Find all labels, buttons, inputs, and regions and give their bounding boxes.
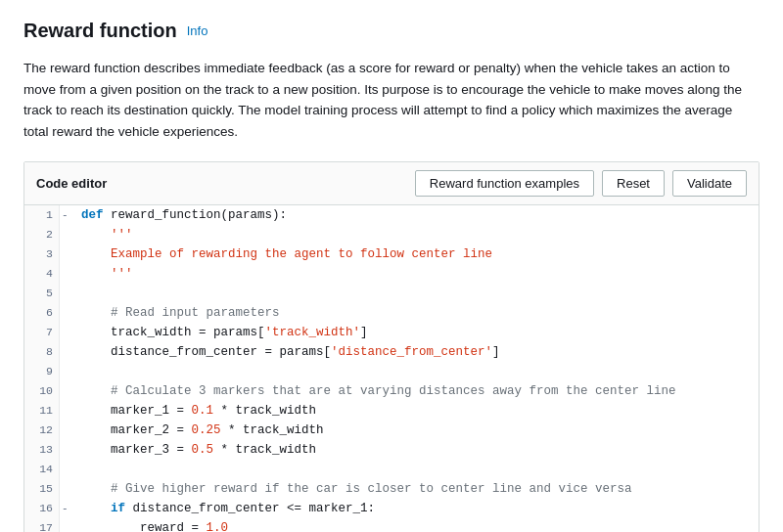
code-editor-container: Code editor Reward function examples Res…: [23, 161, 760, 532]
table-row: 17 reward = 1.0: [24, 518, 759, 532]
line-number: 2: [24, 225, 60, 244]
line-number: 7: [24, 323, 60, 342]
table-row: 2 ''': [24, 225, 759, 244]
line-content: if distance_from_center <= marker_1:: [73, 499, 383, 518]
line-number: 6: [24, 303, 60, 323]
line-number: 5: [24, 284, 60, 303]
line-content: def reward_function(params):: [73, 205, 295, 225]
table-row: 1-def reward_function(params):: [24, 205, 759, 225]
line-content: distance_from_center = params['distance_…: [73, 342, 508, 362]
table-row: 16- if distance_from_center <= marker_1:: [24, 499, 759, 518]
table-row: 10 # Calculate 3 markers that are at var…: [24, 381, 759, 401]
code-area[interactable]: 1-def reward_function(params):2 '''3 Exa…: [24, 205, 759, 532]
line-number: 12: [24, 421, 60, 440]
table-row: 11 marker_1 = 0.1 * track_width: [24, 401, 759, 421]
table-row: 6 # Read input parameters: [24, 303, 759, 323]
line-content: # Give higher reward if the car is close…: [73, 479, 640, 499]
line-number: 4: [24, 264, 60, 284]
table-row: 15 # Give higher reward if the car is cl…: [24, 479, 759, 499]
line-content: ''': [73, 264, 141, 284]
line-number: 11: [24, 401, 60, 421]
line-number: 13: [24, 440, 60, 460]
reset-button[interactable]: Reset: [602, 170, 665, 197]
line-number: 16: [24, 499, 60, 518]
line-content: Example of rewarding the agent to follow…: [73, 244, 500, 264]
toolbar-buttons: Reward function examples Reset Validate: [415, 170, 747, 197]
table-row: 9: [24, 362, 759, 381]
table-row: 3 Example of rewarding the agent to foll…: [24, 244, 759, 264]
line-content: ''': [73, 225, 141, 244]
line-number: 1: [24, 205, 60, 225]
table-row: 13 marker_3 = 0.5 * track_width: [24, 440, 759, 460]
table-row: 8 distance_from_center = params['distanc…: [24, 342, 759, 362]
info-link[interactable]: Info: [187, 23, 208, 38]
line-number: 15: [24, 479, 60, 499]
line-content: reward = 1.0: [73, 518, 236, 532]
table-row: 12 marker_2 = 0.25 * track_width: [24, 421, 759, 440]
line-content: marker_2 = 0.25 * track_width: [73, 421, 332, 440]
line-number: 17: [24, 518, 60, 532]
line-arrow: -: [60, 499, 73, 518]
page-title: Reward function: [23, 20, 177, 42]
line-number: 3: [24, 244, 60, 264]
description-text: The reward function describes immediate …: [23, 58, 760, 142]
line-number: 9: [24, 362, 60, 381]
table-row: 5: [24, 284, 759, 303]
table-row: 14: [24, 460, 759, 479]
line-content: track_width = params['track_width']: [73, 323, 376, 342]
editor-label: Code editor: [36, 176, 107, 191]
line-content: marker_1 = 0.1 * track_width: [73, 401, 324, 421]
editor-toolbar: Code editor Reward function examples Res…: [24, 162, 759, 205]
line-content: # Read input parameters: [73, 303, 288, 323]
line-content: marker_3 = 0.5 * track_width: [73, 440, 324, 460]
validate-button[interactable]: Validate: [672, 170, 747, 197]
line-number: 10: [24, 381, 60, 401]
line-content: # Calculate 3 markers that are at varyin…: [73, 381, 684, 401]
table-row: 7 track_width = params['track_width']: [24, 323, 759, 342]
examples-button[interactable]: Reward function examples: [415, 170, 594, 197]
line-arrow: -: [60, 205, 73, 225]
line-number: 8: [24, 342, 60, 362]
table-row: 4 ''': [24, 264, 759, 284]
line-number: 14: [24, 460, 60, 479]
